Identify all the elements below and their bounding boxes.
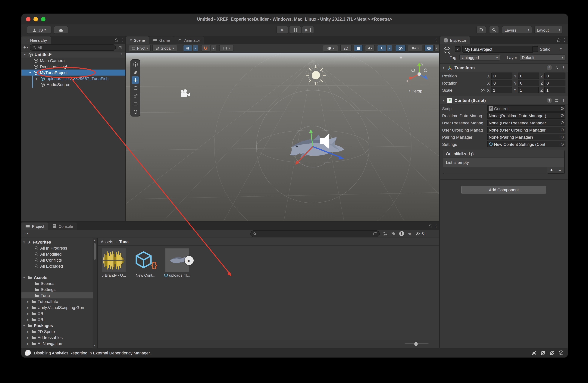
tag-dropdown[interactable]: Untagged ▾: [460, 55, 500, 60]
panel-menu-icon[interactable]: ⋮: [119, 37, 125, 44]
static-checkbox[interactable]: [532, 46, 538, 52]
panel-menu-icon[interactable]: ⋮: [433, 37, 439, 44]
foldout-icon[interactable]: ▶: [26, 306, 30, 309]
scroll-down-icon[interactable]: ▼: [93, 343, 97, 347]
layout-dropdown[interactable]: Layout ▾: [534, 26, 563, 34]
foldout-icon[interactable]: ▼: [23, 53, 27, 56]
effects-dropdown[interactable]: ▾: [387, 45, 392, 52]
search-by-type-icon[interactable]: [382, 230, 388, 237]
hierarchy-item-main-camera[interactable]: Main Camera: [21, 58, 125, 63]
asset-item-content-settings[interactable]: {} New Cont...: [132, 248, 159, 277]
slider-knob[interactable]: [414, 342, 418, 346]
panel-menu-icon[interactable]: ⋮: [433, 222, 439, 230]
search-everywhere-button[interactable]: [489, 26, 499, 34]
package-addressables[interactable]: ▶ Addressables: [21, 335, 97, 341]
step-button[interactable]: ▶: [302, 26, 314, 34]
favorites-root[interactable]: ▼ ★ Favorites: [21, 239, 97, 245]
foldout-icon[interactable]: ▼: [22, 276, 26, 279]
breadcrumb-tuna[interactable]: Tuna: [119, 240, 128, 244]
gizmos-button[interactable]: [424, 45, 434, 52]
undo-history-button[interactable]: [476, 26, 486, 34]
scrollbar-thumb[interactable]: [94, 243, 96, 260]
hidden-objects-button[interactable]: [395, 45, 406, 52]
importance-icon[interactable]: !: [399, 230, 404, 237]
scroll-up-icon[interactable]: ▲: [93, 238, 97, 242]
project-tree-scrollbar[interactable]: ▲ ▼: [93, 238, 97, 348]
scene-viewport[interactable]: y x ≡ ‹ Persp: [126, 53, 439, 221]
tab-scene[interactable]: # Scene: [126, 37, 149, 44]
cache-server-off-icon[interactable]: [540, 350, 546, 355]
move-tool-button[interactable]: [132, 76, 139, 84]
favorites-all-in-progress[interactable]: All In Progress: [21, 245, 97, 251]
content-script-header[interactable]: ▼ # Content (Script) ? ⋮: [440, 96, 568, 105]
pairing-manager-field[interactable]: None (Pairing Manager) ⊙: [487, 134, 566, 140]
tab-game[interactable]: Game: [149, 37, 174, 44]
scene-row[interactable]: ▼ Untitled* ⋮: [21, 52, 125, 58]
rect-tool-button[interactable]: [132, 100, 139, 107]
snap-button[interactable]: [201, 45, 210, 52]
account-button[interactable]: JS ▾: [27, 26, 51, 34]
user-presence-manager-field[interactable]: None (User Presence Manager ⊙: [487, 120, 566, 126]
lock-icon[interactable]: [427, 222, 433, 230]
pivot-dropdown[interactable]: Pivot ▾: [129, 45, 151, 52]
foldout-icon[interactable]: ▼: [22, 240, 26, 244]
minimize-window-button[interactable]: [33, 17, 38, 21]
asset-item-audio[interactable]: ♪ Brandy - U...: [101, 248, 127, 277]
grid-options-dropdown[interactable]: ▾: [193, 45, 198, 52]
object-picker-icon[interactable]: ⊙: [561, 113, 564, 118]
gizmos-dropdown[interactable]: ▾: [434, 45, 439, 52]
folder-xr[interactable]: ▶ XR: [21, 310, 97, 317]
component-menu-icon[interactable]: ⋮: [561, 98, 566, 103]
help-icon[interactable]: ?: [547, 98, 552, 103]
create-asset-button[interactable]: + ▾: [24, 231, 29, 236]
lock-icon[interactable]: [113, 37, 119, 44]
shading-mode-dropdown[interactable]: ▾: [323, 45, 338, 52]
snap-increment-dropdown[interactable]: ▾: [219, 45, 233, 52]
script-field[interactable]: # Content ⊙: [487, 105, 566, 112]
hierarchy-search-input[interactable]: All: [30, 44, 116, 51]
scene-camera-dropdown[interactable]: ▾: [408, 45, 422, 52]
projection-label[interactable]: ‹ Persp: [409, 89, 422, 93]
settings-field[interactable]: New Content Settings (Cont ⊙: [487, 141, 566, 147]
rotation-x-field[interactable]: 0: [492, 80, 512, 86]
scale-x-field[interactable]: 1: [491, 87, 512, 93]
remove-event-button[interactable]: −: [556, 167, 564, 173]
help-icon[interactable]: ?: [547, 65, 552, 70]
hand-tool-button[interactable]: [132, 68, 139, 76]
hierarchy-item-mytunaproject[interactable]: ▼ MyTunaProject: [21, 70, 125, 76]
folder-settings[interactable]: Settings: [21, 286, 97, 292]
scale-z-field[interactable]: 1: [544, 87, 566, 93]
foldout-icon[interactable]: ▼: [442, 66, 445, 69]
rotate-tool-button[interactable]: [132, 84, 139, 92]
object-picker-icon[interactable]: ⊙: [561, 120, 564, 125]
scene-lighting-button[interactable]: [354, 45, 363, 52]
tab-project[interactable]: Project: [21, 222, 48, 230]
folder-tutorialinfo[interactable]: ▶ TutorialInfo: [21, 299, 97, 304]
asset-item-tuna-model[interactable]: ▶ uploads_fil...: [164, 248, 190, 277]
panel-menu-icon[interactable]: ⋮: [562, 37, 568, 44]
favorites-star-icon[interactable]: ★: [407, 230, 413, 237]
foldout-icon[interactable]: ▶: [26, 336, 30, 339]
object-picker-icon[interactable]: ⊙: [561, 106, 564, 111]
open-new-window-icon[interactable]: [373, 232, 377, 236]
hierarchy-item-uploads-prefab[interactable]: ▶ uploads_files_3829667_TunaFish: [21, 76, 125, 81]
presets-icon[interactable]: [554, 98, 559, 103]
tab-animator[interactable]: Animator: [174, 37, 204, 44]
foldout-icon[interactable]: ▶: [26, 318, 30, 321]
transform-header[interactable]: ▼ Transform ? ⋮: [440, 63, 568, 72]
object-picker-icon[interactable]: ⊙: [561, 127, 564, 132]
object-name-field[interactable]: MyTunaProject: [462, 46, 533, 53]
foldout-icon[interactable]: ▶: [26, 342, 30, 345]
cloud-button[interactable]: [54, 26, 68, 34]
activity-ok-icon[interactable]: [558, 350, 564, 356]
rotation-z-field[interactable]: 0: [545, 80, 566, 86]
open-new-window-icon[interactable]: [117, 44, 123, 51]
object-picker-icon[interactable]: ⊙: [561, 135, 564, 140]
transform-tool-button[interactable]: [132, 108, 139, 115]
folder-xri[interactable]: ▶ XRI: [21, 317, 97, 323]
thumbnail-size-slider[interactable]: [404, 343, 429, 344]
scene-effects-button[interactable]: [377, 45, 386, 52]
static-flags-dropdown[interactable]: ▾: [560, 47, 562, 51]
hidden-count[interactable]: 51: [415, 231, 426, 236]
preview-play-button[interactable]: ▶: [185, 256, 194, 265]
